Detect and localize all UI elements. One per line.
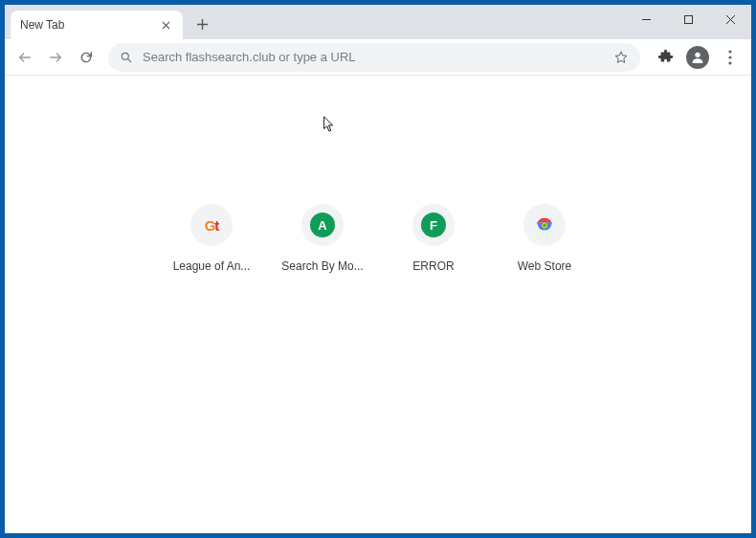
reload-button[interactable] — [72, 43, 100, 72]
minimize-button[interactable] — [625, 5, 667, 34]
new-tab-button[interactable] — [189, 11, 215, 37]
window-controls — [625, 5, 751, 34]
shortcut-icon-bg: A — [301, 204, 344, 246]
kebab-icon — [728, 50, 732, 65]
forward-button[interactable] — [41, 43, 70, 72]
shortcut-web-store[interactable]: Web Store — [506, 204, 583, 273]
svg-point-5 — [728, 61, 731, 64]
shortcut-error[interactable]: F ERROR — [395, 204, 472, 273]
maximize-icon — [683, 14, 694, 25]
profile-button[interactable] — [682, 42, 713, 73]
letter-badge-icon: F — [421, 213, 446, 237]
cursor-icon — [322, 116, 336, 133]
letter-badge-icon: A — [310, 213, 335, 237]
titlebar: New Tab — [5, 5, 751, 39]
extensions-button[interactable] — [650, 42, 680, 73]
shortcuts-row: Gt League of An... A Search By Mo... F E… — [173, 204, 583, 273]
avatar-icon — [686, 46, 709, 69]
arrow-right-icon — [48, 50, 63, 65]
address-input[interactable] — [143, 50, 604, 64]
omnibox[interactable] — [108, 43, 640, 72]
tab-title: New Tab — [20, 18, 64, 32]
puzzle-icon — [657, 49, 674, 65]
bookmark-star-icon[interactable] — [613, 50, 629, 65]
svg-point-2 — [695, 52, 700, 56]
menu-button[interactable] — [715, 42, 745, 73]
arrow-left-icon — [17, 50, 33, 65]
shortcut-label: Search By Mo... — [281, 259, 363, 273]
minimize-icon — [641, 14, 652, 25]
close-window-button[interactable] — [709, 5, 751, 34]
plus-icon — [196, 18, 209, 31]
webstore-icon — [534, 214, 555, 235]
gt-logo-icon: Gt — [205, 217, 219, 234]
shortcut-league-of-angels[interactable]: Gt League of An... — [173, 204, 250, 273]
svg-point-1 — [122, 53, 128, 59]
browser-window: New Tab — [5, 5, 751, 533]
shortcut-search-by-movie[interactable]: A Search By Mo... — [284, 204, 361, 273]
shortcut-icon-bg: F — [412, 204, 455, 246]
toolbar-right — [650, 42, 745, 73]
svg-rect-0 — [684, 15, 692, 23]
reload-icon — [78, 50, 94, 65]
shortcut-icon-bg: Gt — [190, 204, 233, 246]
back-button[interactable] — [11, 43, 39, 72]
close-icon — [162, 21, 170, 30]
shortcut-label: Web Store — [518, 259, 571, 273]
tab-newtab[interactable]: New Tab — [11, 11, 183, 39]
toolbar — [5, 39, 751, 76]
shortcut-label: ERROR — [412, 259, 454, 273]
svg-point-7 — [544, 224, 546, 227]
maximize-button[interactable] — [667, 5, 709, 34]
new-tab-page: Gt League of An... A Search By Mo... F E… — [5, 76, 751, 533]
svg-point-4 — [728, 56, 731, 58]
close-icon — [725, 14, 736, 25]
shortcut-label: League of An... — [173, 259, 251, 273]
tab-close-button[interactable] — [158, 17, 173, 33]
shortcut-icon-bg — [523, 204, 566, 246]
search-icon — [120, 51, 133, 64]
svg-point-3 — [728, 50, 731, 53]
